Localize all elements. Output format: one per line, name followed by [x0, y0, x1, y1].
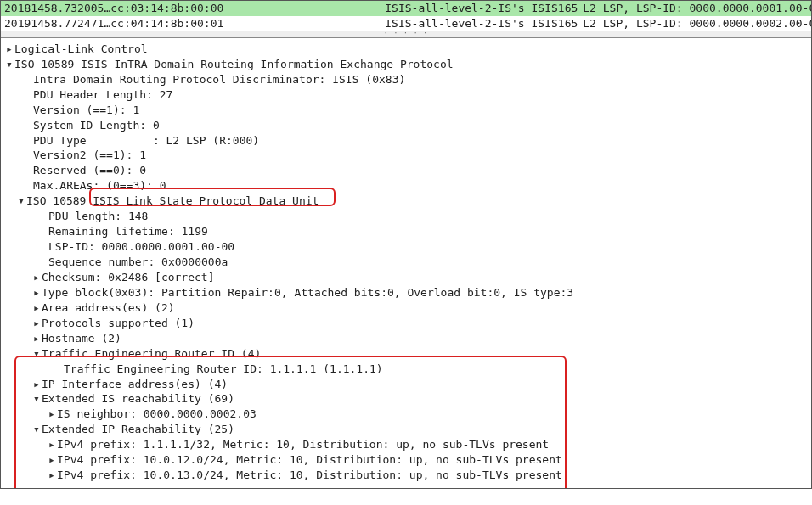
tree-node-area-addresses[interactable]: Area address(es) (2): [3, 300, 809, 316]
tree-node-is-neighbor[interactable]: IS neighbor: 0000.0000.0002.03: [3, 407, 809, 422]
expand-icon[interactable]: [48, 437, 57, 452]
tree-field-pdu-type[interactable]: PDU Type : L2 LSP (R:000): [3, 133, 809, 149]
packet-src: cc:03:14:8b:00:00: [110, 1, 223, 16]
tree-field-max-areas[interactable]: Max.AREAs: (0==3): 0: [3, 178, 809, 194]
expand-icon[interactable]: [33, 300, 42, 316]
tree-node-extended-ip-reachability[interactable]: Extended IP Reachability (25): [3, 422, 809, 437]
packet-len: 165: [558, 1, 583, 16]
tree-field-lsp-id[interactable]: LSP-ID: 0000.0000.0001.00-00: [3, 239, 809, 255]
tree-field-pdu-header-length[interactable]: PDU Header Length: 27: [3, 87, 809, 103]
collapse-icon[interactable]: [33, 422, 42, 437]
expand-icon[interactable]: [33, 377, 42, 392]
collapse-icon[interactable]: [6, 57, 14, 72]
tree-field-version[interactable]: Version (==1): 1: [3, 103, 809, 118]
tree-node-hostname[interactable]: Hostname (2): [3, 331, 809, 346]
tree-node-ipv4-prefix[interactable]: IPv4 prefix: 10.0.13.0/24, Metric: 10, D…: [3, 468, 809, 483]
tree-field-system-id-length[interactable]: System ID Length: 0: [3, 118, 809, 133]
collapse-icon[interactable]: [18, 194, 26, 209]
packet-proto: ISIS-all-level-2-IS's ISIS: [223, 1, 558, 16]
expand-icon[interactable]: [48, 407, 57, 422]
tree-node-te-router-id[interactable]: Traffic Engineering Router ID (4): [3, 346, 809, 362]
expand-icon[interactable]: [33, 331, 42, 346]
tree-field-reserved[interactable]: Reserved (==0): 0: [3, 163, 809, 178]
expand-icon[interactable]: [48, 452, 57, 468]
tree-field-pdu-length[interactable]: PDU length: 148: [3, 209, 809, 224]
pane-splitter[interactable]: · · · · ·: [1, 31, 811, 37]
collapse-icon[interactable]: [33, 391, 42, 407]
packet-row[interactable]: 2018 1458.732005… cc:03:14:8b:00:00 ISIS…: [1, 1, 811, 16]
tree-node-checksum[interactable]: Checksum: 0x2486 [correct]: [3, 270, 809, 285]
tree-field-discriminator[interactable]: Intra Domain Routing Protocol Discrimina…: [3, 72, 809, 87]
tree-node-protocols-supported[interactable]: Protocols supported (1): [3, 316, 809, 331]
packet-time: 1458.732005…: [31, 1, 110, 16]
tree-node-ipv4-prefix[interactable]: IPv4 prefix: 1.1.1.1/32, Metric: 10, Dis…: [3, 437, 809, 452]
packet-details-pane: Logical-Link Control ISO 10589 ISIS InTR…: [1, 38, 811, 488]
tree-node-llc[interactable]: Logical-Link Control: [3, 42, 809, 57]
packet-no: 2019: [4, 16, 31, 31]
collapse-icon[interactable]: [33, 346, 42, 362]
expand-icon[interactable]: [48, 468, 57, 483]
expand-icon[interactable]: [33, 285, 42, 300]
tree-field-version2[interactable]: Version2 (==1): 1: [3, 148, 809, 163]
packet-info: L2 LSP, LSP-ID: 0000.0000.0002.00-00,: [583, 16, 812, 31]
packet-src: cc:04:14:8b:00:01: [110, 16, 223, 31]
tree-node-iso-lsp[interactable]: ISO 10589 ISIS Link State Protocol Data …: [3, 194, 809, 209]
packet-info: L2 LSP, LSP-ID: 0000.0000.0001.00-00,: [583, 1, 812, 16]
tree-node-ip-interface-addresses[interactable]: IP Interface address(es) (4): [3, 377, 809, 392]
tree-node-type-block[interactable]: Type block(0x03): Partition Repair:0, At…: [3, 285, 809, 300]
tree-field-te-router-id-value[interactable]: Traffic Engineering Router ID: 1.1.1.1 (…: [3, 362, 809, 377]
tree-field-remaining-lifetime[interactable]: Remaining lifetime: 1199: [3, 224, 809, 239]
tree-node-ipv4-prefix[interactable]: IPv4 prefix: 10.0.12.0/24, Metric: 10, D…: [3, 452, 809, 468]
packet-list-pane: 2018 1458.732005… cc:03:14:8b:00:00 ISIS…: [1, 1, 811, 38]
tree-node-extended-is-reachability[interactable]: Extended IS reachability (69): [3, 391, 809, 407]
packet-time: 1458.772471…: [31, 16, 110, 31]
packet-no: 2018: [4, 1, 31, 16]
expand-icon[interactable]: [33, 270, 42, 285]
expand-icon[interactable]: [6, 42, 14, 57]
tree-field-sequence-number[interactable]: Sequence number: 0x0000000a: [3, 255, 809, 270]
expand-icon[interactable]: [33, 316, 42, 331]
packet-len: 165: [558, 16, 583, 31]
tree-node-iso-root[interactable]: ISO 10589 ISIS InTRA Domain Routeing Inf…: [3, 57, 809, 72]
